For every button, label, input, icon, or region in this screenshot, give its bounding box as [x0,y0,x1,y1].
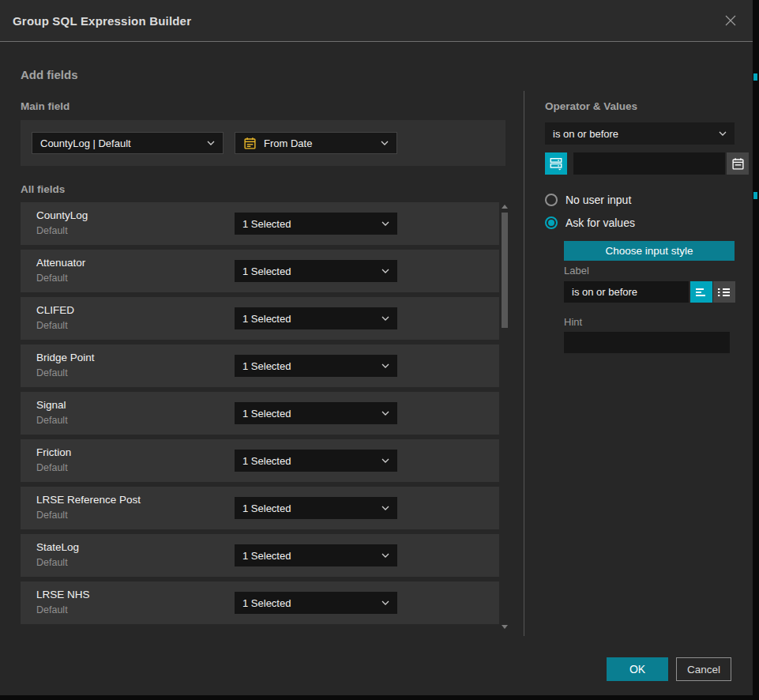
field-name: Signal [36,399,66,411]
group-sql-expression-builder-dialog: Group SQL Expression Builder Add fields … [0,0,753,695]
field-row: CountyLog Default 1 Selected [21,202,499,245]
date-picker-button[interactable] [727,152,749,175]
operator-values-heading: Operator & Values [545,100,637,112]
main-field-box: CountyLog | Default From Date [21,120,505,166]
align-left-icon [695,287,708,298]
hint-caption: Hint [564,316,582,328]
scrollbar-thumb[interactable] [502,213,508,328]
all-fields-heading: All fields [21,183,65,195]
field-subtitle: Default [36,557,68,568]
background-accent-mark [753,192,757,199]
date-value-input[interactable] [573,152,725,175]
radio-option-no-user-input[interactable]: No user input [545,194,631,206]
field-row: StateLog Default 1 Selected [21,534,499,577]
hint-input[interactable] [564,332,730,353]
values-select[interactable]: 1 Selected [235,497,397,519]
field-name: Attenuator [36,257,85,269]
values-select[interactable]: 1 Selected [235,450,397,472]
field-subtitle: Default [36,367,68,378]
field-subtitle: Default [36,462,68,473]
chevron-down-icon [381,411,389,416]
values-select-value: 1 Selected [242,502,377,514]
values-select[interactable]: 1 Selected [235,592,397,614]
values-select[interactable]: 1 Selected [235,402,397,424]
field-row: LRSE Reference Post Default 1 Selected [21,487,499,529]
calendar-icon [731,157,745,171]
layer-select-value: CountyLog | Default [40,137,202,149]
values-select-value: 1 Selected [242,597,377,609]
all-fields-rows: CountyLog Default 1 Selected Attenuator … [21,202,499,629]
values-select-value: 1 Selected [242,218,377,230]
field-row: Friction Default 1 Selected [21,439,499,482]
close-button[interactable] [721,11,740,30]
chevron-down-icon [381,269,389,273]
label-caption: Label [564,265,589,277]
layer-select[interactable]: CountyLog | Default [32,132,224,154]
field-name: Bridge Point [36,352,95,363]
dialog-header: Group SQL Expression Builder [0,0,753,42]
values-select[interactable]: 1 Selected [235,307,397,329]
bullet-list-icon [718,287,731,298]
list-input-style-button[interactable] [713,281,735,303]
chevron-down-icon [381,600,389,605]
operator-select-value: is on or before [553,128,714,140]
main-field-select-value: From Date [264,137,376,149]
main-field-heading: Main field [21,100,70,112]
all-fields-list: CountyLog Default 1 Selected Attenuator … [21,202,509,630]
close-icon [723,13,738,28]
chevron-down-icon [381,553,389,558]
value-input-row [545,152,735,175]
chevron-down-icon [381,506,389,510]
unique-values-button[interactable] [545,152,567,175]
values-select-value: 1 Selected [242,360,377,372]
field-subtitle: Default [36,273,68,284]
field-name: CountyLog [36,209,88,221]
scrollbar-down-arrow-icon[interactable] [502,625,508,629]
unique-values-icon [549,156,563,171]
label-input[interactable] [564,281,689,303]
values-select[interactable]: 1 Selected [235,355,397,377]
scrollbar-up-arrow-icon[interactable] [502,205,508,209]
values-select-value: 1 Selected [242,408,377,420]
field-name: Friction [36,446,71,458]
dialog-title: Group SQL Expression Builder [13,14,191,28]
field-row: Signal Default 1 Selected [21,392,499,435]
field-row: Attenuator Default 1 Selected [21,250,499,292]
field-subtitle: Default [36,225,68,236]
field-subtitle: Default [36,415,68,426]
field-subtitle: Default [36,320,68,331]
field-row: Bridge Point Default 1 Selected [21,344,499,387]
radio-label: Ask for values [565,216,635,229]
values-select[interactable]: 1 Selected [235,260,397,282]
add-fields-heading: Add fields [21,68,78,81]
values-select-value: 1 Selected [242,265,377,277]
field-name: LRSE Reference Post [36,494,141,506]
operator-select[interactable]: is on or before [545,122,735,145]
single-input-style-button[interactable] [690,281,712,303]
values-select[interactable]: 1 Selected [235,213,397,235]
choose-input-style-button[interactable]: Choose input style [564,241,735,261]
ok-button[interactable]: OK [607,657,668,681]
chevron-down-icon [381,458,389,463]
field-subtitle: Default [36,604,68,615]
field-name: StateLog [36,541,79,553]
values-select[interactable]: 1 Selected [235,544,397,566]
panel-divider [524,91,524,636]
calendar-icon [243,137,257,150]
radio-icon [545,216,558,229]
label-input-row [564,281,735,303]
field-row: CLIFED Default 1 Selected [21,297,499,340]
values-select-value: 1 Selected [242,550,377,562]
chevron-down-icon [719,131,727,136]
list-scrollbar[interactable] [501,202,509,630]
background-accent-mark [753,73,757,81]
field-name: LRSE NHS [36,589,90,600]
radio-option-ask-for-values[interactable]: Ask for values [545,216,635,229]
radio-label: No user input [565,194,631,206]
chevron-down-icon [381,316,389,321]
field-row: LRSE NHS Default 1 Selected [21,581,499,624]
radio-icon [545,194,558,206]
main-field-select[interactable]: From Date [235,132,397,154]
cancel-button[interactable]: Cancel [676,657,731,681]
values-select-value: 1 Selected [242,455,377,467]
